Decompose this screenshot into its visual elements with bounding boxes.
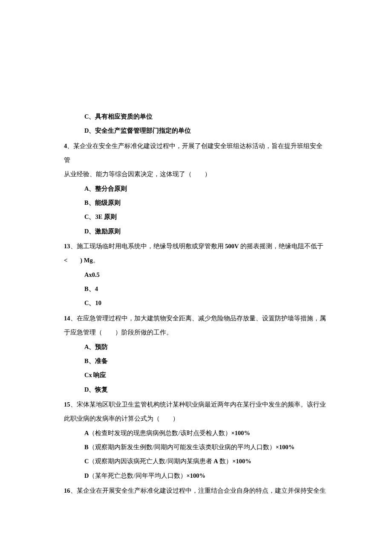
q14-option-d: D、恢复 [64, 383, 328, 397]
q15-b-pre: B [84, 444, 89, 450]
q13-option-b-text: B、4 [84, 285, 98, 292]
q14-option-b-text: B、准备 [84, 357, 108, 364]
q14-option-a-text: A、预防 [84, 343, 108, 350]
q14-option-c: Cx 响应 [64, 368, 328, 382]
q13-number: 13 [64, 243, 70, 250]
q16-stem1-text: 、某企业在开展安全生产标准化建设过程中，注重结合企业自身的特点，建立并保持安全生 [70, 487, 326, 494]
q4-option-a: A、整分合原则 [64, 182, 328, 196]
q15-c-mid2: 数） [218, 458, 233, 465]
question-15: 15、宋体某地区职业卫生监管机构统计某种职业病最近两年内在某行业中发生的频率。该… [64, 398, 328, 483]
q15-number: 15 [64, 401, 70, 408]
q15-a-pre: A [84, 430, 89, 436]
q4-stem-line1: 4、某企业在安全生产标准化建设过程中，开展了创建安全班组达标活动，旨在提升班组安… [64, 139, 328, 168]
q4-option-b-text: B、能级原则 [84, 199, 121, 206]
q15-c-mid1: （观察期内因该病死亡人数/同期内某病患者 [89, 458, 213, 465]
q15-a-mid: （检查时发现的现患病病例总数/该时点受检人数） [89, 430, 231, 436]
q15-a-bold: ×100% [231, 430, 251, 436]
q16-stem-line1: 16、某企业在开展安全生产标准化建设过程中，注重结合企业自身的特点，建立并保持安… [64, 484, 328, 498]
question-16: 16、某企业在开展安全生产标准化建设过程中，注重结合企业自身的特点，建立并保持安… [64, 484, 328, 498]
q15-d-mid: （某年死亡总数/同年平均人口数） [89, 472, 186, 479]
q15-c-bold: ×100% [232, 458, 251, 465]
q15-b-mid: （观察期内新发生例数/同期内可能发生该类职业病的平均人口数） [89, 444, 276, 450]
q13-stem2b: 。 [93, 257, 99, 264]
q15-option-d: D（某年死亡总数/同年平均人口数）×100% [64, 469, 328, 483]
q15-option-b: B（观察期内新发生例数/同期内可能发生该类职业病的平均人口数）×100% [64, 440, 328, 454]
q14-option-b: B、准备 [64, 354, 328, 368]
q3-option-c: C、具有相应资质的单位 [64, 110, 328, 124]
q4-option-c-pre: C、 [84, 213, 95, 220]
q15-b-bold: ×100% [276, 444, 295, 450]
q4-option-d: D、激励原则 [64, 224, 328, 238]
q3-option-d: D、安全生产监督管理部门指定的单位 [64, 124, 328, 138]
q15-option-c: C（观察期内因该病死亡人数/同期内某病患者 A 数）×100% [64, 454, 328, 468]
q4-option-a-text: A、整分合原则 [84, 185, 127, 192]
q14-option-c-text: Cx 响应 [84, 372, 106, 378]
q15-stem-line2: 此职业病的发病率的计算公式为（ ） [64, 412, 328, 426]
q13-stem1c: 的摇表摇测，绝缘电阻不低于 [239, 243, 323, 250]
q13-stem2a: < ) Mg [64, 257, 93, 264]
q4-option-c: C、3E 原则 [64, 210, 328, 224]
q14-stem-line2: 于应急管理（ ）阶段所做的工作。 [64, 325, 328, 340]
question-4: 4、某企业在安全生产标准化建设过程中，开展了创建安全班组达标活动，旨在提升班组安… [64, 139, 328, 238]
q13-stem-line1: 13、施工现场临时用电系统中，绝缘导线明敷或穿管敷用 500V 的摇表摇测，绝缘… [64, 239, 328, 253]
q16-number: 16 [64, 487, 70, 494]
q15-option-a: A（检查时发现的现患病病例总数/该时点受检人数）×100% [64, 426, 328, 440]
questions-container: C、具有相应资质的单位 D、安全生产监督管理部门指定的单位 4、某企业在安全生产… [64, 110, 328, 498]
q13-option-c: C、10 [64, 296, 328, 310]
q4-option-c-post: 原则 [102, 213, 117, 220]
q15-stem1-text: 、宋体某地区职业卫生监管机构统计某种职业病最近两年内在某行业中发生的频率。该行业 [70, 401, 326, 408]
q4-option-d-text: D、激励原则 [84, 228, 121, 235]
q4-stem-line2: 从业经验、能力等综合因素决定，这体现了（ ） [64, 167, 328, 181]
q15-d-bold: ×100% [187, 472, 206, 479]
q14-stem-line1: 14、在应急管理过程中，加大建筑物安全距离、减少危险物品存放量、设置防护墙等措施… [64, 311, 328, 325]
q4-option-c-bold: 3E [95, 213, 102, 220]
q4-option-b: B、能级原则 [64, 196, 328, 210]
q15-c-midA: A [213, 458, 218, 465]
q15-c-pre: C [84, 458, 89, 465]
q14-stem1-text: 、在应急管理过程中，加大建筑物安全距离、减少危险物品存放量、设置防护墙等措施，属 [70, 315, 326, 322]
q13-option-c-text: C、10 [84, 299, 101, 306]
q14-option-d-text: D、恢复 [84, 386, 108, 393]
q15-d-pre: D [84, 472, 89, 479]
question-13: 13、施工现场临时用电系统中，绝缘导线明敷或穿管敷用 500V 的摇表摇测，绝缘… [64, 239, 328, 311]
q14-number: 14 [64, 315, 70, 322]
q13-stem1b: 500V [225, 243, 239, 250]
q4-stem1-text: 、某企业在安全生产标准化建设过程中，开展了创建安全班组达标活动，旨在提升班组安全… [64, 142, 323, 163]
q14-option-a: A、预防 [64, 340, 328, 354]
q13-option-a: Ax0.5 [64, 268, 328, 282]
q13-stem-line2: < ) Mg。 [64, 253, 328, 267]
q15-stem-line1: 15、宋体某地区职业卫生监管机构统计某种职业病最近两年内在某行业中发生的频率。该… [64, 398, 328, 412]
q13-stem1a: 、施工现场临时用电系统中，绝缘导线明敷或穿管敷用 [70, 243, 225, 250]
q13-option-b: B、4 [64, 282, 328, 296]
q3-option-d-text: D、安全生产监督管理部门指定的单位 [84, 127, 191, 134]
q13-option-a-text: Ax0.5 [84, 271, 100, 278]
q3-option-c-text: C、具有相应资质的单位 [84, 113, 153, 120]
question-14: 14、在应急管理过程中，加大建筑物安全距离、减少危险物品存放量、设置防护墙等措施… [64, 311, 328, 397]
